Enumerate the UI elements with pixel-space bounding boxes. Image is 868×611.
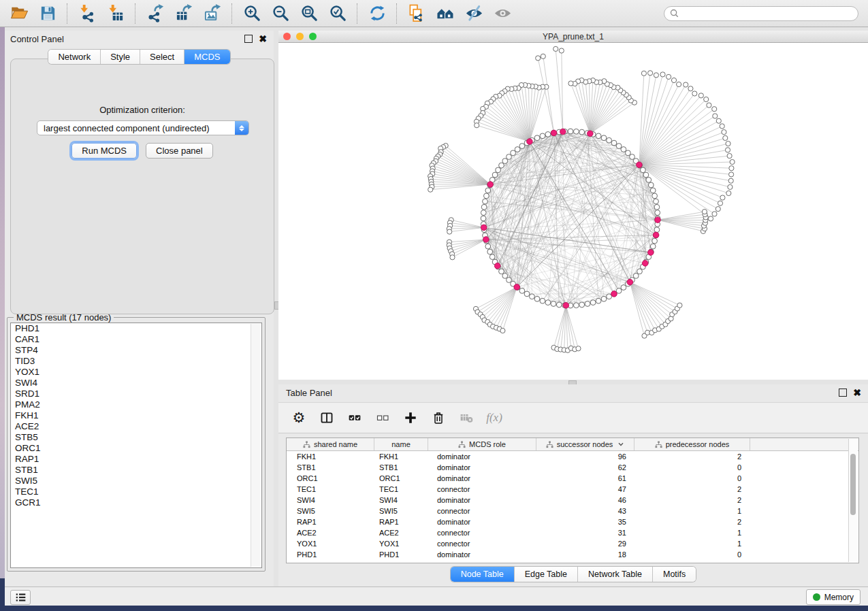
- run-mcds-button[interactable]: Run MCDS: [71, 143, 137, 159]
- mcds-result-item[interactable]: RAP1: [11, 454, 261, 465]
- network-graph: [278, 43, 868, 380]
- table-row[interactable]: YOX1YOX1connector291: [287, 538, 858, 549]
- cell: SWI4: [287, 496, 374, 504]
- zoom-out-icon[interactable]: [270, 3, 291, 24]
- cell: connector: [428, 485, 536, 493]
- add-icon[interactable]: [402, 410, 419, 426]
- refresh-icon[interactable]: [367, 3, 387, 24]
- export-network-icon[interactable]: [145, 3, 165, 24]
- column-header-shared-name[interactable]: shared name: [287, 438, 374, 450]
- desktop-wallpaper-left: [0, 0, 5, 578]
- tab-network[interactable]: Network: [48, 50, 101, 64]
- unselect-all-icon[interactable]: [374, 410, 391, 426]
- table-row[interactable]: ORC1ORC1dominator610: [287, 473, 858, 484]
- task-history-button[interactable]: [10, 590, 31, 605]
- cell: YOX1: [287, 540, 374, 548]
- mcds-result-item[interactable]: ACE2: [11, 421, 261, 432]
- mcds-result-item[interactable]: PHD1: [11, 323, 261, 334]
- mcds-result-item[interactable]: CAR1: [11, 334, 261, 345]
- cell: 62: [536, 463, 634, 472]
- open-file-icon[interactable]: [9, 3, 29, 24]
- columns-icon[interactable]: [319, 410, 335, 426]
- table-row[interactable]: SWI5SWI5connector431: [287, 506, 858, 516]
- search-input[interactable]: [664, 6, 858, 21]
- table-row[interactable]: RAP1RAP1dominator352: [287, 516, 858, 527]
- cell: 61: [536, 474, 634, 482]
- control-panel-title: Control Panel: [10, 34, 64, 44]
- optimization-criterion-select[interactable]: largest connected component (undirected): [37, 120, 249, 135]
- mcds-result-item[interactable]: SWI4: [11, 378, 261, 389]
- mcds-result-item[interactable]: TEC1: [11, 486, 261, 497]
- tab-network-table[interactable]: Network Table: [578, 567, 653, 582]
- window-minimize-icon[interactable]: [296, 33, 304, 40]
- scrollbar-thumb[interactable]: [850, 454, 856, 515]
- mcds-result-item[interactable]: PMA2: [11, 399, 261, 410]
- search-field[interactable]: [682, 8, 852, 19]
- mcds-result-item[interactable]: YOX1: [11, 367, 261, 378]
- clone-network-icon[interactable]: [406, 3, 427, 24]
- mcds-result-item[interactable]: STP4: [11, 345, 261, 356]
- tab-style[interactable]: Style: [101, 50, 140, 64]
- mcds-result-item[interactable]: GCR1: [11, 497, 261, 508]
- zoom-selected-icon[interactable]: [327, 3, 348, 24]
- cell: 0: [634, 474, 750, 482]
- float-icon[interactable]: [244, 35, 253, 43]
- mcds-result-item[interactable]: SWI5: [11, 476, 261, 486]
- save-session-icon[interactable]: [37, 3, 58, 24]
- import-table-icon[interactable]: [106, 3, 126, 24]
- cell: ORC1: [287, 474, 374, 482]
- control-panel-titlebar: Control Panel ✖: [5, 31, 274, 47]
- status-bar: Memory: [5, 587, 868, 606]
- mcds-result-item[interactable]: STB5: [11, 432, 261, 443]
- tab-motifs[interactable]: Motifs: [653, 567, 696, 582]
- export-table-icon[interactable]: [174, 3, 194, 24]
- mcds-result-item[interactable]: ORC1: [11, 443, 261, 454]
- tab-select[interactable]: Select: [140, 50, 184, 64]
- network-canvas[interactable]: [278, 43, 868, 380]
- cell: SWI5: [287, 507, 374, 515]
- mcds-result-item[interactable]: TID3: [11, 356, 261, 367]
- cell: 2: [634, 518, 750, 526]
- mcds-list-scrollbar[interactable]: [251, 324, 261, 567]
- table-row[interactable]: SWI4SWI4dominator462: [287, 495, 858, 506]
- close-panel-button[interactable]: Close panel: [146, 143, 213, 159]
- gear-icon[interactable]: ⚙: [291, 410, 307, 426]
- zoom-in-icon[interactable]: [242, 3, 262, 24]
- table-scrollbar[interactable]: [848, 439, 858, 562]
- mcds-result-item[interactable]: FKH1: [11, 410, 261, 421]
- cell: 1: [634, 540, 750, 548]
- import-network-icon[interactable]: [77, 3, 97, 24]
- zoom-fit-icon[interactable]: [299, 3, 319, 24]
- control-panel-tabs: NetworkStyleSelectMCDS: [5, 50, 274, 64]
- column-header-MCDS-role[interactable]: MCDS role: [428, 438, 536, 450]
- column-header-successor-nodes[interactable]: successor nodes: [536, 438, 634, 450]
- column-header-predecessor-nodes[interactable]: predecessor nodes: [634, 438, 750, 450]
- vertical-splitter[interactable]: [274, 31, 278, 587]
- select-all-icon[interactable]: [347, 410, 363, 426]
- column-header-name[interactable]: name: [374, 438, 428, 450]
- export-image-icon[interactable]: [202, 3, 223, 24]
- tab-mcds[interactable]: MCDS: [184, 50, 229, 64]
- table-row[interactable]: FKH1FKH1dominator962: [287, 451, 858, 462]
- window-close-icon[interactable]: [283, 33, 291, 40]
- trash-icon[interactable]: [430, 410, 447, 426]
- close-icon[interactable]: ✖: [853, 389, 861, 396]
- houses-icon[interactable]: [435, 3, 455, 24]
- table-row[interactable]: STB1STB1dominator620: [287, 462, 858, 473]
- tab-edge-table[interactable]: Edge Table: [515, 567, 578, 582]
- mcds-result-item[interactable]: SRD1: [11, 389, 261, 399]
- mcds-result-list[interactable]: PHD1CAR1STP4TID3YOX1SWI4SRD1PMA2FKH1ACE2…: [10, 323, 262, 568]
- close-icon[interactable]: ✖: [259, 35, 267, 42]
- horizontal-splitter[interactable]: [278, 380, 868, 384]
- eye-slash-icon[interactable]: [464, 3, 484, 24]
- cell: PHD1: [374, 550, 428, 559]
- table-row[interactable]: TEC1TEC1connector472: [287, 484, 858, 495]
- table-row[interactable]: PHD1PHD1dominator180: [287, 549, 858, 560]
- table-row[interactable]: ACE2ACE2connector311: [287, 527, 858, 538]
- memory-button[interactable]: Memory: [806, 589, 861, 605]
- tab-node-table[interactable]: Node Table: [451, 567, 515, 582]
- float-icon[interactable]: [839, 389, 847, 397]
- mcds-result-item[interactable]: STB1: [11, 465, 261, 476]
- window-zoom-icon[interactable]: [309, 33, 317, 40]
- eye-icon[interactable]: [492, 3, 513, 24]
